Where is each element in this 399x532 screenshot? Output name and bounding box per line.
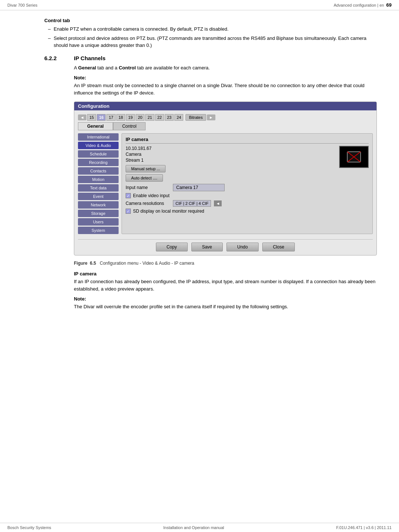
configuration-box: Configuration ◄ 15 16 17 18 19 20 21 22 … — [74, 102, 377, 255]
ip-camera-body: If an IP connection has already been con… — [74, 278, 377, 292]
sidebar-item-international[interactable]: International — [78, 133, 119, 141]
sidebar-item-schedule[interactable]: Schedule — [78, 150, 119, 158]
control-tab-section: Control tab Enable PTZ when a controllab… — [44, 18, 377, 49]
save-button[interactable]: Save — [191, 243, 223, 251]
camera-thumbnail — [339, 146, 369, 168]
config-actions: Copy Save Undo Close — [78, 239, 373, 251]
sidebar-item-text-data[interactable]: Text data — [78, 184, 119, 192]
note2-label: Note: — [74, 296, 377, 302]
enable-video-label: Enable video input — [133, 193, 170, 198]
footer-left: Bosch Security Systems — [7, 525, 51, 530]
note2-body: The Divar will overrule the encoder prof… — [74, 303, 377, 310]
main-content: Control tab Enable PTZ when a controllab… — [0, 10, 399, 321]
section-number: 6.2.2 — [44, 55, 63, 61]
sidebar-item-recording[interactable]: Recording — [78, 159, 119, 166]
close-button[interactable]: Close — [262, 243, 295, 251]
tab-num-20[interactable]: 20 — [136, 114, 144, 121]
bullet-1: Enable PTZ when a controllable camera is… — [48, 25, 377, 33]
section-intro: A General tab and a Control tab are avai… — [74, 64, 377, 72]
sd-display-label: SD display on local monitor required — [133, 209, 204, 214]
sidebar-item-video-audio[interactable]: Video & Audio — [78, 142, 119, 149]
ip-camera-title: IP camera — [74, 271, 377, 277]
camera-res-value: CIF | 2 CIF | 4 CIF — [173, 200, 211, 207]
camera-res-label: Camera resolutions — [126, 201, 170, 206]
manual-setup-button[interactable]: Manual setup ... — [126, 165, 166, 172]
tab-num-19[interactable]: 19 — [126, 114, 135, 121]
tab-num-16[interactable]: 16 — [97, 114, 106, 121]
camera-row: 10.10.181.67 Camera Stream 1 Manual setu… — [126, 146, 369, 182]
tab-num-23[interactable]: 23 — [165, 114, 174, 121]
sidebar-item-network[interactable]: Network — [78, 201, 119, 209]
tab-num-17[interactable]: 17 — [106, 114, 115, 121]
note2-section: Note: The Divar will overrule the encode… — [74, 296, 377, 310]
tab-num-22[interactable]: 22 — [155, 114, 164, 121]
section-row: 6.2.2 IP Channels — [44, 55, 377, 61]
sidebar-item-system[interactable]: System — [78, 227, 119, 234]
figure-caption: Figure 6.5 Configuration menu - Video & … — [74, 261, 377, 266]
resolutions-arrow-button[interactable]: ◄ — [214, 200, 222, 206]
note-text: An IP stream must only be connected to a… — [74, 82, 377, 96]
sd-display-checkbox[interactable]: ✓ — [126, 209, 131, 214]
page-footer: Bosch Security Systems Installation and … — [0, 523, 399, 532]
enable-video-checkbox[interactable]: ✓ — [126, 193, 131, 198]
tab-prev-button[interactable]: ◄ — [78, 114, 86, 120]
section-title: IP Channels — [74, 55, 106, 61]
ip-camera-header: IP camera — [126, 137, 369, 144]
config-box-title: Configuration — [74, 102, 376, 110]
main-tabs-row: General Control — [78, 122, 373, 130]
sd-display-row: ✓ SD display on local monitor required — [126, 209, 369, 214]
camera-preview-icon — [347, 150, 361, 164]
header-right: Advanced configuration | en 69 — [334, 2, 392, 8]
auto-detect-button[interactable]: Auto detect .... — [126, 174, 163, 182]
tab-next-button[interactable]: ► — [207, 114, 215, 120]
sidebar-item-event[interactable]: Event — [78, 193, 119, 200]
sidebar-item-users[interactable]: Users — [78, 218, 119, 226]
input-name-value[interactable]: Camera 17 — [173, 184, 225, 191]
section-body: A General tab and a Control tab are avai… — [74, 64, 377, 310]
enable-video-row: ✓ Enable video input — [126, 193, 369, 198]
tab-general[interactable]: General — [78, 122, 113, 130]
config-inner: International Video & Audio Schedule Rec… — [78, 133, 373, 234]
control-tab-title: Control tab — [44, 18, 377, 23]
footer-center: Installation and Operation manual — [163, 525, 224, 530]
copy-button[interactable]: Copy — [156, 243, 188, 251]
header-left: Divar 700 Series — [7, 3, 37, 7]
control-tab-bullets: Enable PTZ when a controllable camera is… — [44, 25, 377, 49]
sidebar-item-storage[interactable]: Storage — [78, 210, 119, 217]
bullet-2: Select protocol and device address on PT… — [48, 35, 377, 49]
input-name-label: Input name — [126, 185, 170, 190]
tab-numbers-row: ◄ 15 16 17 18 19 20 21 22 23 24 Bitrates… — [78, 114, 373, 121]
camera-resolutions-row: Camera resolutions CIF | 2 CIF | 4 CIF ◄ — [126, 200, 369, 207]
tab-num-15[interactable]: 15 — [87, 114, 96, 121]
note-label: Note: — [74, 75, 377, 80]
tab-num-21[interactable]: 21 — [145, 114, 154, 121]
stream-label: Stream 1 — [126, 158, 335, 163]
bitrates-button[interactable]: Bitrates — [185, 114, 206, 121]
ip-address: 10.10.181.67 — [126, 146, 335, 151]
config-sidebar: International Video & Audio Schedule Rec… — [78, 133, 119, 234]
page-header: Divar 700 Series Advanced configuration … — [0, 0, 399, 10]
config-panel: IP camera 10.10.181.67 Camera Stream 1 M… — [122, 133, 373, 234]
camera-label: Camera — [126, 152, 335, 157]
ip-camera-section: IP camera If an IP connection has alread… — [74, 271, 377, 292]
sidebar-item-contacts[interactable]: Contacts — [78, 167, 119, 175]
tab-num-18[interactable]: 18 — [116, 114, 125, 121]
sidebar-item-motion[interactable]: Motion — [78, 176, 119, 183]
camera-info: 10.10.181.67 Camera Stream 1 Manual setu… — [126, 146, 335, 182]
undo-button[interactable]: Undo — [226, 243, 259, 251]
input-name-row: Input name Camera 17 — [126, 184, 369, 191]
footer-right: F.01U.246.471 | v3.6 | 2011.11 — [336, 525, 392, 530]
tab-num-24[interactable]: 24 — [174, 114, 183, 121]
tab-control[interactable]: Control — [113, 122, 146, 130]
